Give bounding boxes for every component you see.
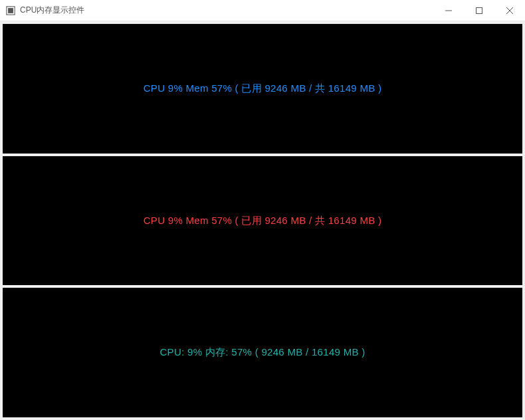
stats-text-3: CPU: 9% 内存: 57% ( 9246 MB / 16149 MB ) <box>159 346 365 359</box>
stats-panel-1: CPU 9% Mem 57% ( 已用 9246 MB / 共 16149 MB… <box>3 24 522 154</box>
window-titlebar: CPU内存显示控件 <box>0 0 525 21</box>
client-area: CPU 9% Mem 57% ( 已用 9246 MB / 共 16149 MB… <box>0 21 525 420</box>
stats-panel-2: CPU 9% Mem 57% ( 已用 9246 MB / 共 16149 MB… <box>3 156 522 286</box>
svg-rect-3 <box>476 7 482 13</box>
window-title: CPU内存显示控件 <box>20 5 84 16</box>
title-left-group: CPU内存显示控件 <box>5 5 84 16</box>
stats-text-2: CPU 9% Mem 57% ( 已用 9246 MB / 共 16149 MB… <box>144 215 382 227</box>
minimize-button[interactable] <box>433 0 464 21</box>
app-icon <box>5 5 16 16</box>
stats-panel-3: CPU: 9% 内存: 57% ( 9246 MB / 16149 MB ) <box>3 288 522 417</box>
window-controls <box>433 0 525 21</box>
stats-text-1: CPU 9% Mem 57% ( 已用 9246 MB / 共 16149 MB… <box>144 82 382 95</box>
svg-rect-1 <box>8 8 13 13</box>
close-button[interactable] <box>494 0 525 21</box>
maximize-button[interactable] <box>464 0 494 21</box>
